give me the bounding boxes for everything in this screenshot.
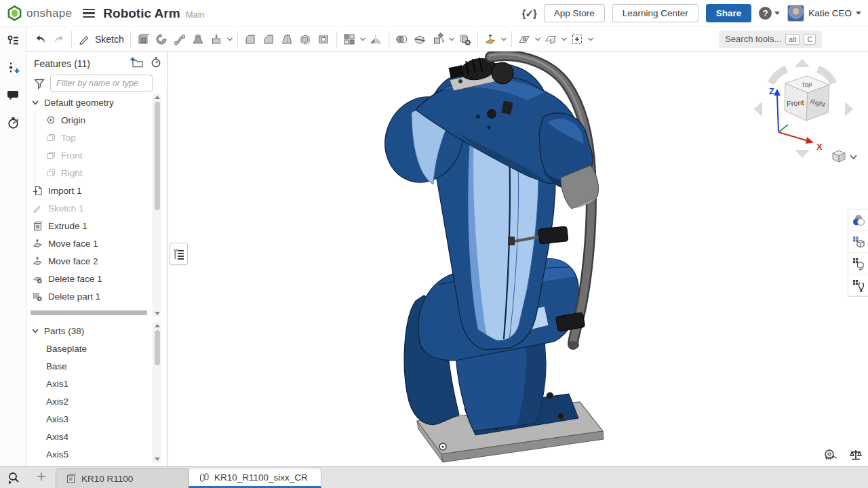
feature-item-sketch-1[interactable]: Sketch 1: [27, 199, 153, 217]
view-group-dropdown[interactable]: [560, 30, 568, 49]
app-store-button[interactable]: App Store: [544, 4, 605, 22]
rollback-history-icon[interactable]: [150, 56, 162, 71]
selection-tools-button[interactable]: [568, 30, 587, 49]
chevron-down-icon[interactable]: [31, 327, 39, 335]
scrollbar-thumb[interactable]: [155, 102, 160, 210]
mirror-button[interactable]: [367, 30, 385, 49]
part-item-axis3[interactable]: Axis3: [27, 410, 153, 428]
filter-icon[interactable]: [33, 77, 45, 89]
feature-item-extrude-1[interactable]: Extrude 1: [27, 217, 153, 235]
shell-button[interactable]: [296, 30, 315, 49]
view-mode-dropdown[interactable]: [833, 151, 856, 163]
parts-group-header[interactable]: Parts (38): [27, 322, 153, 340]
fillet-button[interactable]: [241, 30, 260, 49]
custom-tables-button[interactable]: [848, 274, 868, 296]
scroll-up-icon[interactable]: [155, 96, 160, 99]
document-title[interactable]: Robotic Arm: [103, 6, 180, 21]
display-states-button[interactable]: [848, 231, 868, 253]
part-item-axis2[interactable]: Axis2: [27, 392, 153, 410]
feature-flyout-toggle[interactable]: [170, 243, 188, 265]
pattern-group-dropdown[interactable]: [359, 30, 367, 49]
search-tabs-button[interactable]: [0, 467, 27, 488]
mass-properties-button[interactable]: [849, 449, 863, 464]
feature-item-move-face-1[interactable]: Move face 1: [27, 235, 153, 252]
search-tools[interactable]: Search tools... alt C: [719, 30, 822, 48]
help-icon[interactable]: ?: [759, 7, 772, 20]
boss-group-dropdown[interactable]: [226, 30, 234, 49]
avatar[interactable]: [787, 5, 804, 22]
hole-button[interactable]: [315, 30, 333, 49]
help-menu[interactable]: ?: [759, 7, 780, 20]
part-item-base[interactable]: Base: [27, 357, 153, 375]
redo-button[interactable]: [50, 30, 68, 49]
plane-button[interactable]: [515, 30, 534, 49]
viewcube-front-label[interactable]: Front: [786, 98, 804, 108]
rollback-bar[interactable]: [31, 310, 147, 315]
new-folder-icon[interactable]: [130, 56, 143, 71]
undo-button[interactable]: [31, 30, 50, 49]
loft-button[interactable]: [189, 30, 208, 49]
rotate-down-arrow[interactable]: [795, 150, 810, 158]
part-item-baseplate[interactable]: Baseplate: [27, 340, 153, 357]
parts-scrollbar[interactable]: [153, 322, 161, 463]
robot-arm-model[interactable]: [376, 52, 620, 466]
boolean-button[interactable]: [393, 30, 411, 49]
move-face-button[interactable]: [481, 30, 500, 49]
draft-button[interactable]: [278, 30, 296, 49]
measure-button[interactable]: [823, 449, 838, 464]
scroll-up-icon[interactable]: [155, 324, 160, 327]
transform-button[interactable]: [429, 30, 448, 49]
transform-group-dropdown[interactable]: [448, 30, 456, 49]
feature-item-top-plane[interactable]: Top: [27, 129, 153, 146]
scrollbar-thumb[interactable]: [155, 330, 160, 365]
feature-item-origin[interactable]: Origin: [27, 111, 153, 129]
onshape-logo[interactable]: onshape: [7, 5, 72, 21]
workspace-name[interactable]: Main: [186, 7, 205, 20]
split-button[interactable]: [411, 30, 429, 49]
tab-kr10-r1100-sixx-cr[interactable]: KR10_R1100_sixx_CR: [189, 468, 321, 488]
user-menu[interactable]: Katie CEO: [787, 5, 861, 22]
chamfer-button[interactable]: [260, 30, 278, 49]
feature-group-default-geometry[interactable]: Default geometry: [27, 94, 153, 111]
appearance-panel-button[interactable]: [848, 209, 868, 231]
linear-pattern-button[interactable]: [340, 30, 359, 49]
feature-item-move-face-2[interactable]: Move face 2: [27, 252, 153, 270]
rotate-left-arrow[interactable]: [754, 102, 762, 117]
history-icon[interactable]: [5, 114, 22, 131]
feature-item-delete-face-1[interactable]: Delete face 1: [27, 270, 153, 287]
extrude-button[interactable]: [134, 30, 153, 49]
part-item-axis4[interactable]: Axis4: [27, 428, 153, 445]
roll-ccw-arrow[interactable]: [768, 66, 788, 85]
section-view-button[interactable]: [542, 30, 560, 49]
scroll-down-icon[interactable]: [155, 312, 160, 315]
features-scrollbar[interactable]: [153, 94, 161, 317]
selection-group-dropdown[interactable]: [587, 30, 595, 49]
document-menu-icon[interactable]: [83, 7, 95, 20]
feature-item-import-1[interactable]: Import 1: [27, 182, 153, 199]
configurations-button[interactable]: [848, 253, 868, 274]
feature-item-front-plane[interactable]: Front: [27, 146, 153, 164]
add-tab-button[interactable]: +: [27, 467, 56, 488]
featurescript-api-icon[interactable]: {✓}: [522, 7, 536, 20]
rotate-up-arrow[interactable]: [795, 59, 810, 67]
tab-kr10-r1100[interactable]: KR10 R1100: [56, 468, 189, 488]
feature-item-right-plane[interactable]: Right: [27, 164, 153, 182]
comments-icon[interactable]: [5, 87, 22, 104]
graphics-viewport[interactable]: Top Front Right Z X: [168, 52, 868, 466]
rotate-right-arrow[interactable]: [845, 102, 853, 117]
thicken-button[interactable]: [208, 30, 226, 49]
sweep-button[interactable]: [171, 30, 189, 49]
delete-part-button[interactable]: [456, 30, 474, 49]
revolve-button[interactable]: [153, 30, 171, 49]
construction-group-dropdown[interactable]: [534, 30, 542, 49]
insert-here-icon[interactable]: [5, 60, 22, 77]
scroll-down-icon[interactable]: [155, 458, 160, 461]
share-button[interactable]: Share: [706, 4, 752, 22]
chevron-down-icon[interactable]: [31, 98, 39, 106]
view-mode-caret-icon[interactable]: [850, 155, 856, 159]
view-cube[interactable]: Top Front Right Z X: [753, 55, 863, 165]
learning-center-button[interactable]: Learning Center: [612, 4, 698, 22]
filter-input[interactable]: [50, 75, 153, 92]
direct-edit-group-dropdown[interactable]: [500, 30, 508, 49]
feature-list-manager-icon[interactable]: [5, 33, 22, 50]
